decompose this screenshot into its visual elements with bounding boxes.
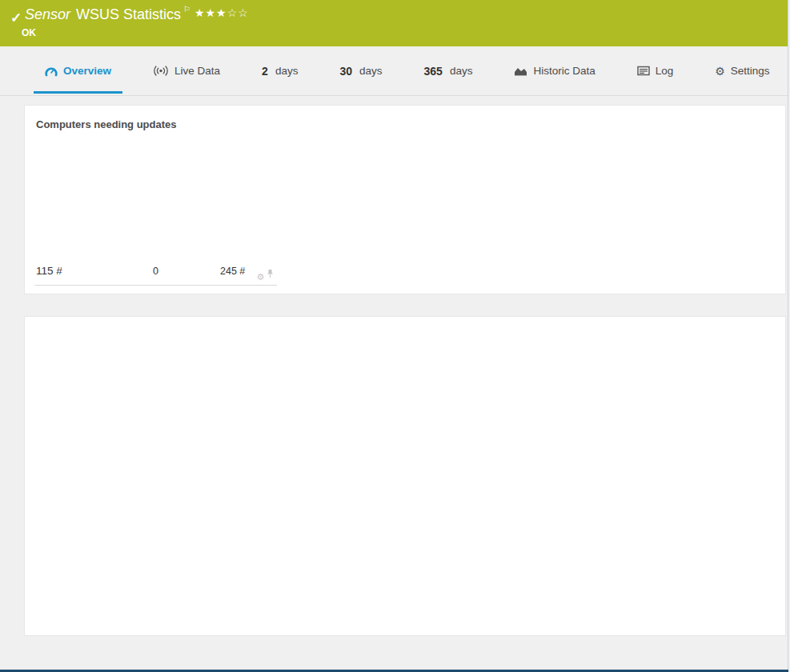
gear-icon: ⚙: [715, 66, 725, 77]
main-gauge-title: Computers needing updates: [36, 118, 177, 130]
main-gauge-value: 115 #: [36, 265, 62, 277]
sensor-status-text: OK: [22, 27, 36, 38]
channel-table-panel: [24, 316, 786, 636]
sensor-header-banner: ✓ SensorWSUS Statistics⚐ ★★★☆☆ OK: [0, 0, 788, 46]
sensor-kind-label: Sensor: [25, 6, 70, 22]
main-gauge-max-label: 245 #: [220, 266, 245, 277]
main-gauge-min-label: 0: [153, 266, 158, 277]
tab-label: Historic Data: [533, 65, 595, 77]
tab-label: days: [359, 65, 383, 77]
tab-30-days[interactable]: 30days: [319, 46, 403, 95]
gauge-settings-gear-icon[interactable]: ⚙: [256, 273, 264, 282]
priority-flag-icon[interactable]: ⚐: [183, 5, 190, 14]
tab-live-data[interactable]: Live Data: [132, 46, 241, 95]
sensor-page: ✓ SensorWSUS Statistics⚐ ★★★☆☆ OK Overvi…: [0, 0, 788, 672]
gauge-pin-icon[interactable]: [267, 267, 274, 282]
tab-label: days: [450, 65, 473, 77]
tab-day-count: 2: [262, 65, 268, 78]
tab-label: days: [275, 65, 299, 77]
tab-historic-data[interactable]: Historic Data: [493, 46, 616, 95]
tab-log[interactable]: Log: [616, 46, 695, 95]
tab-overview[interactable]: Overview: [24, 46, 132, 95]
gauges-panel: Computers needing updates 115 # 0 245 # …: [24, 105, 786, 294]
tab-day-count: 365: [424, 65, 443, 78]
tab-settings[interactable]: ⚙Settings: [694, 46, 790, 95]
sensor-title-line: SensorWSUS Statistics⚐: [25, 6, 190, 23]
main-gauge-cell[interactable]: Computers needing updates 115 # 0 245 # …: [34, 110, 277, 286]
tab-label: Overview: [63, 65, 111, 77]
tab-label: Live Data: [174, 65, 220, 77]
log-list-icon: [637, 66, 650, 76]
status-ok-check-icon: ✓: [10, 10, 22, 26]
tab-day-count: 30: [339, 65, 352, 78]
tab-2-days[interactable]: 2days: [241, 46, 319, 95]
tab-label: Log: [656, 65, 674, 77]
area-chart-icon: [514, 66, 527, 76]
gauge-grid: Computers needing updates 115 # 0 245 # …: [34, 110, 776, 286]
broadcast-icon: [153, 66, 169, 76]
gauge-icon: [45, 66, 58, 77]
tab-label: Settings: [731, 65, 770, 77]
tab-bar: OverviewLive Data2days30days365daysHisto…: [0, 46, 788, 96]
priority-stars[interactable]: ★★★☆☆: [194, 6, 249, 19]
tab-365-days[interactable]: 365days: [403, 46, 494, 95]
page-title: WSUS Statistics: [76, 6, 181, 22]
